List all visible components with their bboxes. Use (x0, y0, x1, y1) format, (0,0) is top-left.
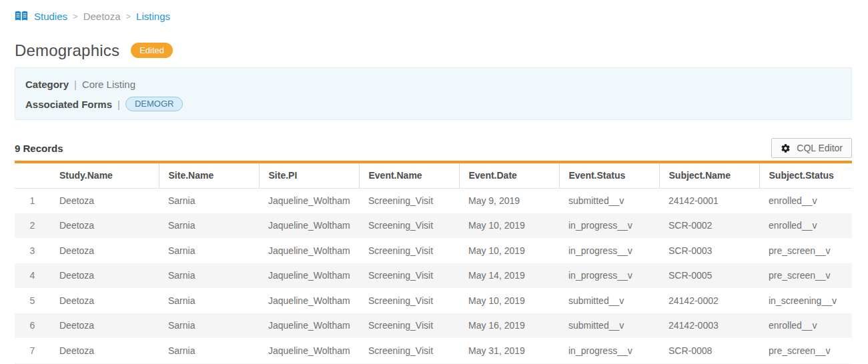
table-cell: pre_screen__v (759, 338, 852, 363)
table-cell: submitted__v (559, 188, 659, 213)
listing-details-panel: Category | Core Listing Associated Forms… (15, 67, 852, 120)
book-icon[interactable] (15, 11, 28, 22)
table-cell: Sarnia (159, 213, 259, 239)
table-cell: Deetoza (50, 188, 159, 213)
column-header-subject-status[interactable]: Subject.Status (759, 163, 852, 188)
breadcrumb-link-listings[interactable]: Listings (136, 11, 170, 22)
table-row[interactable]: 7DeetozaSarniaJaqueline_WolthamScreening… (15, 338, 852, 363)
column-header-subject-name[interactable]: Subject.Name (659, 163, 759, 188)
table-cell: May 16, 2019 (459, 313, 559, 339)
table-cell: May 9, 2019 (459, 188, 559, 213)
table-cell: Screening_Visit (359, 313, 459, 339)
cql-editor-label: CQL Editor (797, 143, 843, 153)
table-cell: enrolled__v (759, 313, 852, 339)
table-cell: 24142-0002 (659, 288, 759, 313)
table-cell: Sarnia (159, 288, 259, 313)
page-title: Demographics (15, 41, 119, 60)
table-cell: SCR-0008 (659, 338, 759, 363)
table-cell: submitted__v (559, 313, 659, 339)
table-cell: Jaqueline_Woltham (259, 263, 359, 289)
category-value: Core Listing (82, 79, 135, 90)
table-cell: Deetoza (50, 288, 159, 313)
table-cell: in_progress__v (559, 338, 659, 363)
table-cell: Sarnia (159, 263, 259, 289)
table-cell: Deetoza (50, 213, 159, 239)
row-number: 3 (15, 238, 50, 263)
row-number: 4 (15, 263, 50, 289)
row-number: 7 (15, 338, 50, 363)
title-row: Demographics Edited (15, 41, 852, 60)
associated-forms-line: Associated Forms | DEMOGR (25, 97, 841, 111)
table-cell: in_progress__v (559, 213, 659, 239)
records-table: Study.NameSite.NameSite.PIEvent.NameEven… (15, 163, 852, 364)
form-tag: DEMOGR (125, 97, 183, 111)
breadcrumb: Studies > Deetoza > Listings (15, 0, 852, 23)
table-cell: Screening_Visit (359, 238, 459, 263)
table-cell: Screening_Visit (359, 188, 459, 213)
breadcrumb-link-studies[interactable]: Studies (34, 11, 67, 22)
gear-icon (781, 143, 791, 153)
category-line: Category | Core Listing (25, 77, 841, 91)
column-header-site-name[interactable]: Site.Name (159, 163, 259, 188)
table-cell: Deetoza (50, 238, 159, 263)
table-cell: May 10, 2019 (459, 213, 559, 239)
table-cell: Jaqueline_Woltham (259, 288, 359, 313)
breadcrumb-separator: > (125, 11, 132, 21)
table-cell: pre_screen__v (759, 263, 852, 289)
column-header-study-name[interactable]: Study.Name (50, 163, 159, 188)
table-cell: pre_screen__v (759, 238, 852, 263)
table-cell: May 31, 2019 (459, 338, 559, 363)
table-row[interactable]: 5DeetozaSarniaJaqueline_WolthamScreening… (15, 288, 852, 313)
associated-forms-label: Associated Forms (25, 99, 112, 110)
table-cell: Screening_Visit (359, 288, 459, 313)
table-cell: Jaqueline_Woltham (259, 188, 359, 213)
table-cell: Sarnia (159, 188, 259, 213)
records-table-container: Study.NameSite.NameSite.PIEvent.NameEven… (15, 161, 852, 364)
breadcrumb-separator: > (72, 11, 79, 21)
table-cell: Screening_Visit (359, 338, 459, 363)
records-toolbar: 9 Records CQL Editor (15, 138, 852, 158)
table-cell: in_screening__v (759, 288, 852, 313)
table-body: 1DeetozaSarniaJaqueline_WolthamScreening… (15, 188, 852, 364)
row-number: 2 (15, 213, 50, 239)
table-row[interactable]: 4DeetozaSarniaJaqueline_WolthamScreening… (15, 263, 852, 289)
table-row[interactable]: 1DeetozaSarniaJaqueline_WolthamScreening… (15, 188, 852, 213)
table-cell: Sarnia (159, 313, 259, 339)
table-row[interactable]: 2DeetozaSarniaJaqueline_WolthamScreening… (15, 213, 852, 239)
divider: | (74, 79, 77, 90)
table-cell: Jaqueline_Woltham (259, 213, 359, 239)
table-cell: Sarnia (159, 238, 259, 263)
table-cell: Jaqueline_Woltham (259, 338, 359, 363)
table-cell: 24142-0001 (659, 188, 759, 213)
table-cell: enrolled__v (759, 188, 852, 213)
table-cell: Sarnia (159, 338, 259, 363)
table-cell: SCR-0002 (659, 213, 759, 239)
table-row[interactable]: 3DeetozaSarniaJaqueline_WolthamScreening… (15, 238, 852, 263)
column-header-event-name[interactable]: Event.Name (359, 163, 459, 188)
row-number: 1 (15, 188, 50, 213)
table-cell: Jaqueline_Woltham (259, 238, 359, 263)
table-cell: SCR-0005 (659, 263, 759, 289)
table-cell: May 10, 2019 (459, 238, 559, 263)
table-cell: enrolled__v (759, 213, 852, 239)
table-cell: Deetoza (50, 313, 159, 339)
column-header-site-pi[interactable]: Site.PI (259, 163, 359, 188)
table-cell: in_progress__v (559, 238, 659, 263)
table-cell: in_progress__v (559, 263, 659, 289)
table-cell: May 10, 2019 (459, 288, 559, 313)
cql-editor-button[interactable]: CQL Editor (771, 138, 852, 158)
table-cell: 24142-0003 (659, 313, 759, 339)
status-badge: Edited (131, 43, 173, 59)
table-cell: Jaqueline_Woltham (259, 313, 359, 339)
divider: | (117, 99, 120, 110)
breadcrumb-item-current: Deetoza (83, 11, 121, 22)
column-header-event-status[interactable]: Event.Status (559, 163, 659, 188)
table-header-row: Study.NameSite.NameSite.PIEvent.NameEven… (15, 163, 852, 188)
row-number: 5 (15, 288, 50, 313)
record-count: 9 Records (15, 143, 63, 154)
table-cell: Screening_Visit (359, 263, 459, 289)
row-number: 6 (15, 313, 50, 339)
column-header-event-date[interactable]: Event.Date (459, 163, 559, 188)
table-row[interactable]: 6DeetozaSarniaJaqueline_WolthamScreening… (15, 313, 852, 339)
table-cell: SCR-0003 (659, 238, 759, 263)
